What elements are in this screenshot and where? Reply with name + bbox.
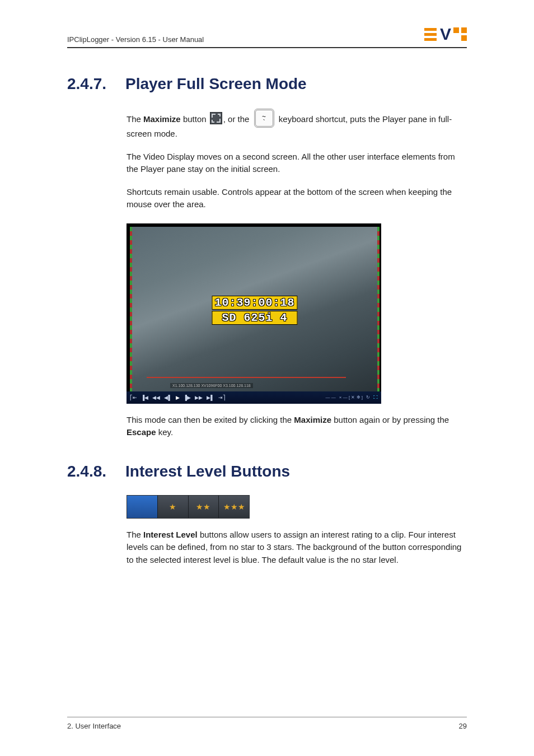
bold-interest-level: Interest Level [143,530,198,539]
bold-escape: Escape [127,427,156,437]
logo-bars-icon [424,28,437,41]
rewind-icon[interactable]: ◀◀ [152,395,160,400]
interest-level-figure: ★ ★★ ★★★ [127,495,250,519]
header-text: IPClipLogger - Version 6.15 - User Manua… [67,35,204,44]
video-display: 10:39:00:18 SD 625i 4 X1.100.128.130 XV1… [127,223,381,391]
paragraph: The Maximize button , or the keyboard sh… [127,109,467,141]
paragraph: This mode can then be exited by clicking… [127,414,467,439]
paragraph: The Video Display moves on a second scre… [127,151,467,176]
interest-level-2-button[interactable]: ★★ [188,496,219,518]
bold-maximize: Maximize [143,114,181,124]
bold-maximize: Maximize [294,415,331,424]
scene-label: X1.100.128.130 XV1096F00 X3.100.128.118 [170,383,253,388]
footer-left: 2. User Interface [67,722,121,730]
paragraph: Shortcuts remain usable. Controls appear… [127,186,467,211]
section-247-heading: 2.4.7. Player Full Screen Mode [67,75,467,93]
section-number: 2.4.8. [67,463,105,480]
player-fullscreen-figure: 10:39:00:18 SD 625i 4 X1.100.128.130 XV1… [127,223,381,404]
page-header: IPClipLogger - Version 6.15 - User Manua… [67,25,467,48]
evs-logo: V [424,25,467,44]
step-back-icon[interactable]: ◀▌ [164,395,171,400]
timecode-line2: SD 625i 4 [212,311,297,325]
timecode-line1: 10:39:00:18 [212,296,297,310]
skip-fwd-icon[interactable]: ▶▌ [207,395,214,400]
paragraph: The Interest Level buttons allow users t… [127,529,467,567]
scene-stripe [147,377,346,378]
play-icon[interactable]: ▶ [176,395,180,400]
logo-letter: V [440,25,450,44]
section-title: Player Full Screen Mode [125,75,307,93]
backtick-key-icon[interactable] [254,109,274,128]
timecode-overlay: 10:39:00:18 SD 625i 4 [212,296,297,325]
skip-back-icon[interactable]: ▐◀ [141,395,148,400]
page-footer: 2. User Interface 29 [67,717,467,730]
interest-level-1-button[interactable]: ★ [157,496,188,518]
ctrl-markers[interactable]: × — [ ✕ ✻ ] [339,395,363,400]
interest-level-3-button[interactable]: ★★★ [218,496,249,518]
logo-squares-icon [453,27,467,41]
section-title: Interest Level Buttons [125,463,290,480]
ctrl-loop[interactable]: ↻ [366,395,370,400]
interest-level-0-button[interactable] [127,496,157,518]
goto-out-icon[interactable]: ⇥⎤ [218,395,226,400]
step-fwd-icon[interactable]: ▐▶ [184,395,191,400]
maximize-icon[interactable] [210,112,222,124]
ctrl-maximize-icon[interactable]: ⛶ [373,395,378,400]
section-number: 2.4.7. [67,75,105,93]
player-controls: ⎡⇤ ▐◀ ◀◀ ◀▌ ▶ ▐▶ ▶▶ ▶▌ ⇥⎤ — — × — [ ✕ ✻ … [127,391,381,404]
footer-page-number: 29 [459,722,467,730]
goto-in-icon[interactable]: ⎡⇤ [130,395,137,400]
forward-icon[interactable]: ▶▶ [195,395,203,400]
ctrl-dashes[interactable]: — — [326,395,336,400]
section-248-heading: 2.4.8. Interest Level Buttons [67,463,467,480]
